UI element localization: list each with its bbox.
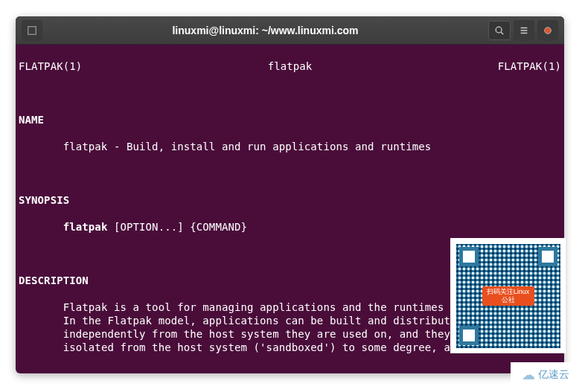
section-name-heading: NAME [19, 113, 561, 126]
close-icon [543, 25, 553, 36]
menu-button[interactable] [514, 20, 534, 41]
synopsis-cmd: flatpak [63, 221, 108, 233]
svg-line-2 [501, 32, 503, 34]
titlebar: linuxmi@linuxmi: ~/www.linuxmi.com [16, 16, 564, 45]
man-header-center: flatpak [268, 60, 313, 73]
close-button[interactable] [537, 20, 558, 41]
svg-point-1 [496, 27, 502, 33]
hamburger-icon [519, 25, 529, 36]
window-title: linuxmi@linuxmi: ~/www.linuxmi.com [42, 25, 488, 36]
qr-code-icon: 扫码关注Linux公社 [456, 244, 560, 348]
synopsis-args: [OPTION...] {COMMAND} [107, 221, 247, 233]
cloud-icon: ☁ [522, 367, 535, 383]
section-synopsis-heading: SYNOPSIS [19, 193, 561, 207]
qr-overlay: 扫码关注Linux公社 [450, 238, 566, 353]
man-header-right: FLATPAK(1) [498, 60, 561, 73]
section-synopsis-body: flatpak [OPTION...] {COMMAND} [19, 220, 561, 234]
svg-rect-0 [28, 26, 36, 34]
search-button[interactable] [488, 21, 511, 40]
watermark-text: 亿速云 [538, 368, 569, 382]
search-icon [494, 25, 505, 36]
new-tab-button[interactable] [22, 20, 42, 41]
svg-point-6 [545, 27, 552, 33]
square-icon [27, 25, 37, 36]
section-name-body: flatpak - Build, install and run applica… [19, 140, 561, 153]
qr-label: 扫码关注Linux公社 [482, 286, 534, 306]
man-header-left: FLATPAK(1) [19, 60, 82, 73]
watermark: ☁ 亿速云 [511, 362, 581, 388]
